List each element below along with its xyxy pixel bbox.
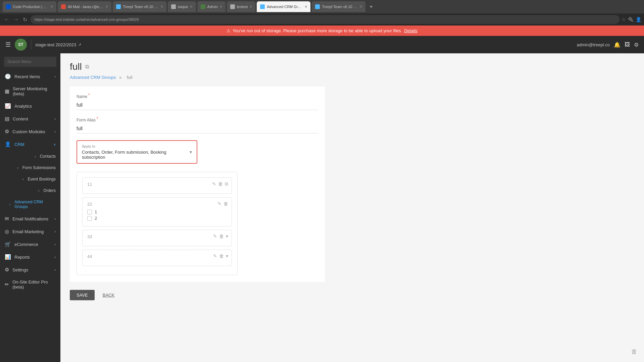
sidebar-item-event-bookings[interactable]: › Event Bookings bbox=[0, 173, 60, 185]
notifications-icon[interactable]: 🔔 bbox=[614, 42, 621, 48]
chevron-right-icon: › bbox=[9, 203, 10, 206]
sidebar-label-advanced-crm: Advanced CRM Groups bbox=[14, 200, 56, 209]
site-name-display[interactable]: stage-test 2022/2023 ↗ bbox=[35, 42, 81, 47]
tab-close[interactable]: × bbox=[250, 4, 252, 9]
app-logo: ST bbox=[15, 39, 27, 51]
sidebar-label-email-marketing: Email Marketing bbox=[12, 229, 44, 234]
form-alias-input[interactable] bbox=[77, 124, 318, 134]
delete-icon-2[interactable]: 🗑 bbox=[224, 201, 228, 206]
apply-to-dropdown-icon[interactable]: ▾ bbox=[190, 149, 192, 155]
sidebar-item-reports[interactable]: 📊 Reports › bbox=[0, 251, 60, 263]
sidebar-label-form-submissions: Form Submissions bbox=[22, 165, 56, 170]
sidebar-label-email-notifications: Email Notifications bbox=[12, 216, 48, 221]
copy-icon-1[interactable]: ⧉ bbox=[225, 181, 228, 187]
sidebar-label-ecommerce: eCommerce bbox=[14, 242, 38, 247]
sidebar-label-server: Server Monitoring (beta) bbox=[13, 86, 56, 96]
tab-close[interactable]: × bbox=[106, 4, 108, 9]
tab-treepl2[interactable]: Treepl Team v6.10 Backlo... × bbox=[312, 1, 365, 12]
sidebar-label-recent: Recent Items bbox=[14, 74, 40, 79]
checkbox-label-2: 2 bbox=[95, 216, 97, 221]
header-divider bbox=[31, 40, 31, 50]
sidebar-item-recent-items[interactable]: 🕐 Recent Items › bbox=[0, 70, 60, 83]
settings-icon[interactable]: ⚙ bbox=[634, 42, 639, 48]
copy-icon[interactable]: ⧉ bbox=[85, 64, 89, 70]
sidebar-label-event-bookings: Event Bookings bbox=[28, 177, 56, 182]
edit-icon-3[interactable]: ✎ bbox=[213, 234, 217, 239]
search-input[interactable] bbox=[4, 57, 56, 67]
crm-icon: 👤 bbox=[5, 141, 11, 147]
bookmark-icon[interactable]: ☆ bbox=[622, 17, 626, 22]
apply-to-section[interactable]: Apply to Contacts, Order, Form submissio… bbox=[77, 140, 197, 164]
back-nav[interactable]: ← bbox=[3, 16, 11, 23]
sidebar-item-form-submissions[interactable]: › Form Submissions bbox=[0, 162, 60, 173]
delete-icon-1[interactable]: 🗑 bbox=[218, 181, 223, 187]
sidebar-item-settings[interactable]: ⚙ Settings › bbox=[0, 263, 60, 276]
sidebar-label-content: Content bbox=[13, 116, 28, 121]
chevron-icon: › bbox=[55, 268, 56, 272]
block-num-3: 33 bbox=[87, 234, 227, 239]
sidebar-item-crm[interactable]: 👤 CRM ∨ bbox=[0, 138, 60, 151]
sidebar-item-custom-modules[interactable]: ⚙ Custom Modules › bbox=[0, 125, 60, 138]
extension-icon[interactable]: 🔌 bbox=[628, 17, 634, 22]
chevron-icon: › bbox=[55, 243, 56, 246]
tab-gmail[interactable]: All Mail - taras.r@ez-bc... × bbox=[58, 1, 111, 12]
external-link-icon: ↗ bbox=[78, 43, 81, 47]
dropdown-toggle-4[interactable]: ▾ bbox=[226, 253, 228, 259]
sidebar-label-reports: Reports bbox=[14, 255, 30, 260]
email-notifications-icon: ✉ bbox=[5, 216, 9, 222]
profile-icon[interactable]: 👤 bbox=[636, 17, 641, 22]
tab-close[interactable]: × bbox=[51, 4, 53, 9]
sidebar-item-email-notifications[interactable]: ✉ Email Notifications › bbox=[0, 212, 60, 225]
delete-icon-4[interactable]: 🗑 bbox=[219, 253, 224, 259]
tab-close[interactable]: × bbox=[190, 4, 193, 9]
tab-treepl1[interactable]: Treepl Team v6.10 Backlo... × bbox=[113, 1, 166, 12]
delete-icon-3[interactable]: 🗑 bbox=[219, 234, 224, 239]
checkbox-2[interactable] bbox=[87, 216, 92, 221]
checkbox-1[interactable] bbox=[87, 210, 92, 214]
form-block-4: ✎ 🗑 ▾ 44 bbox=[82, 250, 232, 266]
reload-nav[interactable]: ↻ bbox=[21, 16, 29, 23]
name-input[interactable] bbox=[77, 100, 318, 110]
tab-close[interactable]: × bbox=[305, 4, 307, 9]
sidebar-item-email-marketing[interactable]: ◎ Email Marketing › bbox=[0, 225, 60, 238]
address-input[interactable]: https://stage-test.trialsite.co/admin/ad… bbox=[31, 15, 620, 24]
tab-admin[interactable]: Admin × bbox=[197, 1, 226, 12]
save-button[interactable]: SAVE bbox=[70, 290, 95, 300]
hamburger-menu[interactable]: ☰ bbox=[5, 41, 11, 48]
trash-icon-right[interactable]: 🗑 bbox=[631, 348, 637, 355]
breadcrumb-current: full bbox=[127, 75, 133, 80]
dropdown-toggle-3[interactable]: ▾ bbox=[226, 234, 228, 239]
sidebar-item-on-site-editor[interactable]: ✏ On-Site Editor Pro (beta) bbox=[0, 276, 60, 293]
tab-trello[interactable]: Code Production | Trello × bbox=[3, 1, 56, 12]
tab-favicon bbox=[201, 4, 205, 9]
sidebar-item-ecommerce[interactable]: 🛒 eCommerce › bbox=[0, 238, 60, 251]
tab-eaque[interactable]: eaque × bbox=[168, 1, 196, 12]
tab-advanced-crm[interactable]: Advanced CRM Groups × bbox=[257, 1, 310, 12]
back-button[interactable]: BACK bbox=[97, 290, 120, 300]
app-body: 🕐 Recent Items › ▦ Server Monitoring (be… bbox=[0, 53, 644, 362]
alert-details-link[interactable]: Details bbox=[404, 28, 417, 33]
form-block-3-actions: ✎ 🗑 ▾ bbox=[213, 234, 228, 239]
edit-icon-4[interactable]: ✎ bbox=[213, 253, 217, 259]
site-name-text: stage-test 2022/2023 bbox=[35, 42, 76, 47]
sidebar-item-contacts[interactable]: › Contacts bbox=[0, 151, 60, 162]
edit-icon-2[interactable]: ✎ bbox=[217, 201, 221, 206]
sidebar-item-analytics[interactable]: 📈 Analytics bbox=[0, 100, 60, 112]
breadcrumb-parent-link[interactable]: Advanced CRM Groups bbox=[70, 75, 116, 80]
display-icon[interactable]: 🖼 bbox=[625, 42, 630, 48]
page-title: full bbox=[70, 61, 82, 72]
form-block-3: ✎ 🗑 ▾ 33 bbox=[82, 230, 232, 246]
tab-close[interactable]: × bbox=[161, 4, 163, 9]
sidebar-item-content[interactable]: ▤ Content › bbox=[0, 112, 60, 125]
tab-testest[interactable]: testest × bbox=[227, 1, 255, 12]
tab-close[interactable]: × bbox=[220, 4, 222, 9]
edit-icon-1[interactable]: ✎ bbox=[212, 181, 216, 187]
sidebar-search-container bbox=[0, 53, 60, 70]
new-tab-button[interactable]: + bbox=[367, 4, 375, 10]
sidebar-item-advanced-crm-groups[interactable]: › Advanced CRM Groups bbox=[0, 196, 60, 212]
header-right: admin@treepl.co 🔔 🖼 ⚙ bbox=[577, 42, 639, 48]
sidebar-item-server-monitoring[interactable]: ▦ Server Monitoring (beta) bbox=[0, 83, 60, 100]
tab-close[interactable]: × bbox=[360, 4, 362, 9]
forward-nav[interactable]: → bbox=[12, 16, 20, 23]
sidebar-item-orders[interactable]: › Orders bbox=[0, 185, 60, 196]
